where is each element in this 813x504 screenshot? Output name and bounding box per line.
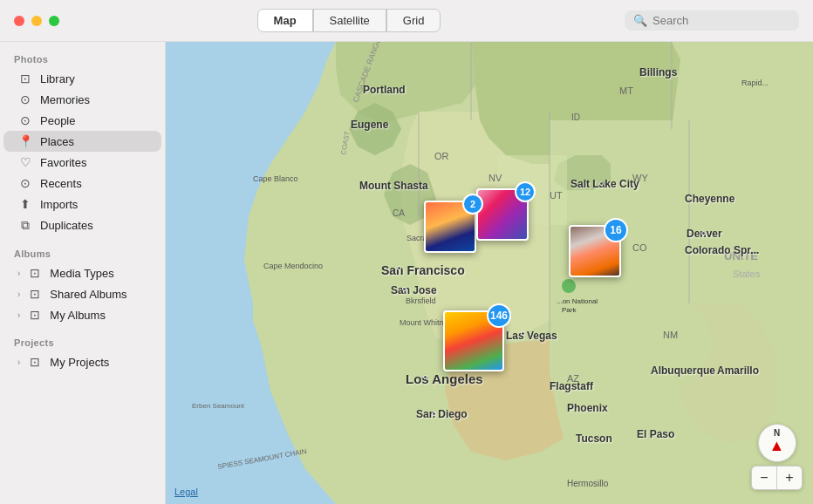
svg-text:Cape Mendocino: Cape Mendocino <box>263 262 323 270</box>
cluster-badge-146: 146 <box>487 303 511 328</box>
compass-rose: N ▲ <box>758 424 796 462</box>
map-controls: N ▲ − + <box>751 424 803 490</box>
legal-link[interactable]: Legal <box>174 487 198 497</box>
cluster-12[interactable]: 12 <box>476 188 529 241</box>
titlebar: Map Satellite Grid 🔍 <box>0 0 813 42</box>
city-dot-san-jose <box>402 287 406 291</box>
svg-point-38 <box>562 279 576 293</box>
compass-arrow: ▲ <box>769 437 785 455</box>
svg-text:Erben Seamount: Erben Seamount <box>192 402 245 410</box>
sidebar-item-people[interactable]: ⊙ People <box>3 110 161 131</box>
my-albums-icon: ⊡ <box>27 308 43 322</box>
city-dot-san-francisco <box>397 266 401 270</box>
tab-map[interactable]: Map <box>257 9 313 32</box>
maximize-button[interactable] <box>49 16 59 26</box>
city-dot-los-angeles <box>423 375 427 379</box>
sidebar-item-memories-label: Memories <box>40 93 90 106</box>
cluster-2[interactable]: 2 <box>424 201 476 253</box>
library-icon: ⊡ <box>17 72 33 85</box>
duplicates-icon: ⧉ <box>17 218 33 233</box>
zoom-in-button[interactable]: + <box>777 467 802 489</box>
search-bar[interactable]: 🔍 <box>625 10 799 31</box>
sidebar-item-shared-albums[interactable]: › ⊡ Shared Albums <box>3 283 161 304</box>
chevron-icon: › <box>17 269 20 278</box>
svg-text:AZ: AZ <box>567 373 579 384</box>
favorites-icon: ♡ <box>17 155 33 169</box>
svg-text:Cape Blanco: Cape Blanco <box>253 174 298 183</box>
my-albums-label: My Albums <box>50 309 106 322</box>
sidebar-item-imports-label: Imports <box>40 198 78 211</box>
media-types-icon: ⊡ <box>27 266 43 280</box>
view-tabs: Map Satellite Grid <box>257 9 441 32</box>
zoom-controls: − + <box>751 466 803 490</box>
chevron-icon-3: › <box>17 310 20 320</box>
sidebar-item-memories[interactable]: ⊙ Memories <box>3 89 161 110</box>
cluster-badge-12: 12 <box>515 181 536 202</box>
svg-text:CO: CO <box>632 242 647 253</box>
svg-text:Rapid...: Rapid... <box>741 78 769 87</box>
minimize-button[interactable] <box>31 16 42 26</box>
compass-north-label: N <box>774 428 780 438</box>
sidebar-section-projects: Projects <box>0 325 165 351</box>
window-controls <box>0 16 73 26</box>
tab-satellite[interactable]: Satellite <box>313 9 386 32</box>
sidebar-section-photos: Photos <box>0 42 165 68</box>
sidebar-item-places[interactable]: 📍 Places <box>3 131 161 152</box>
svg-text:ID: ID <box>571 112 580 122</box>
search-icon: 🔍 <box>633 14 647 27</box>
cluster-146[interactable]: 146 <box>443 310 504 371</box>
city-dot-san-diego <box>432 412 436 416</box>
sidebar-item-duplicates-label: Duplicates <box>40 219 93 232</box>
sidebar-item-duplicates[interactable]: ⧉ Duplicates <box>3 215 161 236</box>
svg-text:UT: UT <box>550 190 563 201</box>
svg-text:OR: OR <box>434 151 449 161</box>
svg-text:UNITE: UNITE <box>724 249 758 262</box>
sidebar-item-my-projects[interactable]: › ⊡ My Projects <box>3 351 161 372</box>
svg-text:NM: NM <box>663 330 678 340</box>
sidebar-item-favorites[interactable]: ♡ Favorites <box>3 152 161 173</box>
city-dot-las-vegas <box>521 331 525 336</box>
tab-grid[interactable]: Grid <box>386 9 441 32</box>
memories-icon: ⊙ <box>17 92 33 106</box>
svg-text:CA: CA <box>393 208 405 218</box>
sidebar-item-favorites-label: Favorites <box>40 156 86 169</box>
city-dot-salt-lake-city <box>599 181 604 186</box>
shared-albums-label: Shared Albums <box>50 288 126 301</box>
sidebar-item-imports[interactable]: ⬆ Imports <box>3 194 161 215</box>
my-projects-label: My Projects <box>50 356 109 369</box>
shared-albums-icon: ⊡ <box>27 287 43 301</box>
map-background: OR CA NV UT ID MT WY CO AZ NM UNITE Stat… <box>166 42 813 504</box>
cluster-badge-2: 2 <box>462 194 483 215</box>
svg-text:States: States <box>733 269 761 279</box>
people-icon: ⊙ <box>17 113 33 127</box>
close-button[interactable] <box>14 16 24 26</box>
cluster-badge-16: 16 <box>604 218 628 242</box>
recents-icon: ⊙ <box>17 176 33 190</box>
imports-icon: ⬆ <box>17 197 33 211</box>
sidebar-item-library[interactable]: ⊡ Library <box>3 68 161 89</box>
svg-text:Hermosillo: Hermosillo <box>567 479 609 488</box>
media-types-label: Media Types <box>50 267 113 280</box>
sidebar-item-places-label: Places <box>40 135 74 148</box>
places-icon: 📍 <box>17 134 33 148</box>
sidebar-item-media-types[interactable]: › ⊡ Media Types <box>3 262 161 283</box>
sidebar-section-albums: Albums <box>0 236 165 262</box>
zoom-out-button[interactable]: − <box>752 467 776 489</box>
sidebar-item-people-label: People <box>40 114 75 127</box>
sidebar-item-recents-label: Recents <box>40 177 82 190</box>
svg-text:WY: WY <box>632 173 648 183</box>
sidebar-item-library-label: Library <box>40 72 75 85</box>
svg-text:NV: NV <box>488 173 502 183</box>
sidebar: Photos ⊡ Library ⊙ Memories ⊙ People 📍 P… <box>0 0 166 504</box>
map-container[interactable]: OR CA NV UT ID MT WY CO AZ NM UNITE Stat… <box>166 42 813 504</box>
svg-text:MT: MT <box>619 85 633 96</box>
chevron-icon-2: › <box>17 289 20 299</box>
my-projects-icon: ⊡ <box>27 355 43 369</box>
cluster-16[interactable]: 16 <box>569 225 621 277</box>
sidebar-item-my-albums[interactable]: › ⊡ My Albums <box>3 304 161 325</box>
svg-text:Bkrsfield: Bkrsfield <box>406 296 436 305</box>
sidebar-item-recents[interactable]: ⊙ Recents <box>3 173 161 194</box>
search-input[interactable] <box>652 14 783 27</box>
svg-text:...on National: ...on National <box>557 297 598 305</box>
svg-text:Park: Park <box>562 306 577 314</box>
